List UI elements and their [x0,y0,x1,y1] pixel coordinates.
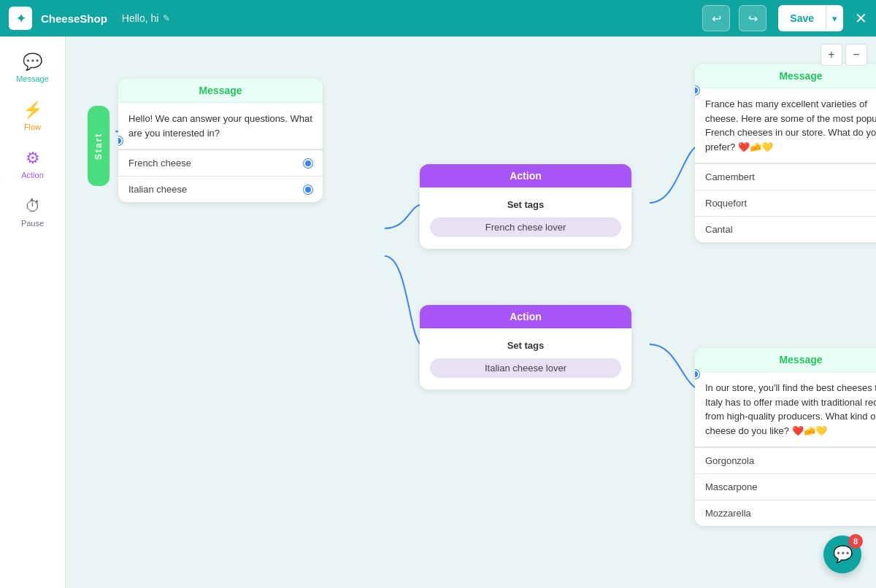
zoom-out-button[interactable]: − [845,44,867,66]
message-option-french[interactable]: French cheese [118,150,323,176]
save-dropdown-button[interactable]: ▾ [826,5,843,31]
message-node-3-body: In our store, you'll find the best chees… [695,372,876,446]
sidebar-item-label: Flow [24,123,41,131]
action-icon: ⚙ [26,149,40,168]
action-node-1-header: Action [420,164,631,187]
sidebar-item-message[interactable]: 💬 Message [5,45,61,90]
message-node-2-left-connector[interactable] [695,86,699,95]
tag-value-1: French chese lover [430,217,621,237]
zoom-controls: + − [821,44,867,66]
close-button[interactable]: ✕ [855,9,867,27]
edit-icon[interactable]: ✎ [163,13,170,23]
message-node-1-body: Hello! We can answer your questions. Wha… [118,103,323,149]
message-node-2-body: France has many excellent varieties of c… [695,88,876,163]
set-tags-label-1: Set tags [430,199,621,210]
sidebar-item-label: Action [21,171,44,179]
message-node-1: Message Hello! We can answer your questi… [118,79,323,202]
message-node-3-left-connector[interactable] [695,370,699,379]
sidebar-item-label: Pause [21,219,44,228]
flow-title: Hello, hi ✎ [122,12,171,24]
sidebar: 💬 Message ⚡ Flow ⚙ Action ⏱ Pause [0,36,66,588]
msg3-option-mascarpone[interactable]: Mascarpone [695,473,876,500]
message-node-3-header: Message [695,348,876,372]
message-node-1-left-connector[interactable] [118,136,123,145]
flow-icon: ⚡ [23,101,42,120]
message-option-italian[interactable]: Italian cheese [118,176,323,202]
sidebar-item-action[interactable]: ⚙ Action [5,142,61,187]
message-node-2: Message France has many excellent variet… [695,64,876,242]
zoom-in-button[interactable]: + [821,44,842,66]
action-node-2: Action Set tags Italian cheese lover [420,305,631,390]
sidebar-item-label: Message [16,74,49,83]
italian-cheese-connector[interactable] [304,185,312,194]
message-node-2-header: Message [695,64,876,88]
brand-name: CheeseShop [41,12,107,25]
action-node-1: Action Set tags French chese lover [420,164,631,249]
message-icon: 💬 [23,53,42,71]
sidebar-item-pause[interactable]: ⏱ Pause [5,190,61,235]
message-node-3: Message In our store, you'll find the be… [695,348,876,526]
pause-icon: ⏱ [25,197,41,216]
set-tags-label-2: Set tags [430,340,621,351]
action-node-1-body: Set tags French chese lover [420,187,631,249]
logo: ✦ [9,7,32,30]
msg2-option-roquefort[interactable]: Roquefort [695,190,876,216]
save-button[interactable]: Save [778,5,826,31]
msg3-option-gorgonzola[interactable]: Gorgonzola [695,447,876,473]
message-node-1-header: Message [118,79,323,103]
tag-value-2: Italian cheese lover [430,358,621,378]
canvas[interactable]: + − Start Message Hello! We can answer y… [66,36,876,588]
msg2-option-cantal[interactable]: Cantal [695,216,876,242]
msg2-option-camembert[interactable]: Camembert [695,163,876,190]
undo-button[interactable]: ↩ [702,5,730,31]
action-node-2-body: Set tags Italian cheese lover [420,328,631,390]
msg3-option-mozzarella[interactable]: Mozzarella [695,500,876,526]
start-node: Start [88,106,110,186]
chat-fab-icon: 💬 [833,545,853,564]
chat-badge: 8 [848,534,863,549]
french-cheese-connector[interactable] [304,159,312,168]
redo-button[interactable]: ↪ [739,5,766,31]
header: ✦ CheeseShop Hello, hi ✎ ↩ ↪ Save ▾ ✕ [0,0,876,36]
sidebar-item-flow[interactable]: ⚡ Flow [5,93,61,139]
action-node-2-header: Action [420,305,631,328]
chat-fab[interactable]: 💬 8 [823,535,861,573]
